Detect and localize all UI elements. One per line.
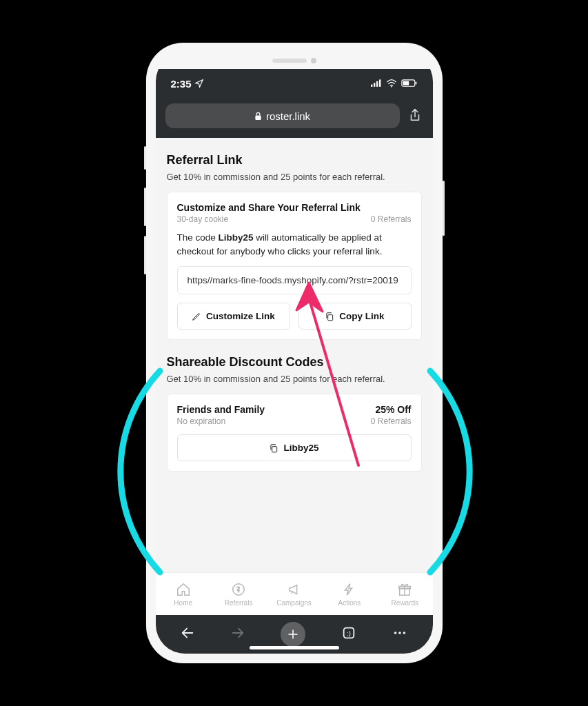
- code-description: The code Libby25 will automatically be a…: [177, 231, 412, 258]
- referral-url-box[interactable]: https//marks-fine-foods.myshopify.com/?r…: [177, 266, 412, 294]
- arrow-left-icon: [180, 625, 195, 641]
- gift-icon: [397, 582, 412, 597]
- url-field[interactable]: roster.link: [165, 103, 400, 128]
- copy-code-button[interactable]: Libby25: [177, 434, 412, 461]
- discount-card: Friends and Family No expiration 25% Off…: [167, 394, 422, 472]
- lock-icon: [254, 112, 262, 121]
- svg-point-16: [394, 632, 397, 634]
- share-button[interactable]: [407, 108, 423, 123]
- tab-label: Campaigns: [276, 599, 312, 607]
- speaker-grille: [272, 59, 307, 63]
- discount-referrals: 0 Referrals: [371, 416, 412, 426]
- tabs-button[interactable]: :): [341, 625, 356, 643]
- tab-label: Home: [174, 599, 192, 607]
- home-indicator[interactable]: [250, 646, 339, 649]
- copy-icon: [269, 443, 278, 453]
- svg-point-17: [398, 632, 401, 634]
- tab-label: Referrals: [225, 599, 253, 607]
- code-label: Libby25: [283, 443, 318, 453]
- screen: 2:35 roster.link Referral Link Get 10% i…: [156, 52, 433, 654]
- volume-down: [144, 236, 146, 274]
- browser-address-bar: roster.link: [156, 98, 433, 138]
- tab-home[interactable]: Home: [156, 573, 211, 615]
- svg-rect-10: [272, 446, 277, 452]
- referral-subtitle: Get 10% in commission and 25 points for …: [167, 172, 422, 182]
- location-arrow-icon: [194, 79, 204, 88]
- notch: [156, 52, 433, 69]
- discount-expiry: No expiration: [177, 416, 265, 426]
- svg-text::): :): [347, 630, 351, 637]
- svg-rect-9: [328, 314, 333, 320]
- volume-up: [144, 188, 146, 226]
- forward-button[interactable]: [230, 625, 245, 643]
- copy-icon: [325, 312, 334, 321]
- customize-label: Customize Link: [206, 311, 275, 321]
- copy-link-button[interactable]: Copy Link: [298, 303, 412, 330]
- tab-label: Actions: [338, 599, 361, 607]
- discounts-heading: Shareable Discount Codes: [167, 355, 422, 370]
- tab-campaigns[interactable]: Campaigns: [266, 573, 321, 615]
- referral-count: 0 Referrals: [371, 214, 412, 224]
- status-bar: 2:35: [156, 69, 433, 98]
- megaphone-icon: [287, 582, 302, 597]
- copy-label: Copy Link: [339, 311, 384, 321]
- discounts-subtitle: Get 10% in commission and 25 points for …: [167, 374, 422, 384]
- referral-card: Customize and Share Your Referral Link 3…: [167, 192, 422, 340]
- menu-button[interactable]: [392, 625, 408, 643]
- url-domain: roster.link: [266, 110, 310, 122]
- svg-rect-3: [379, 79, 381, 86]
- signal-icon: [371, 79, 382, 88]
- tab-referrals[interactable]: Referrals: [211, 573, 266, 615]
- wifi-icon: [386, 79, 397, 88]
- front-camera: [311, 58, 316, 63]
- pencil-icon: [192, 312, 201, 321]
- app-tab-bar: Home Referrals Campaigns Actions Rewards: [156, 572, 433, 615]
- svg-rect-2: [376, 81, 378, 87]
- svg-rect-8: [255, 115, 261, 119]
- bolt-icon: [342, 582, 357, 597]
- discount-name: Friends and Family: [177, 404, 265, 415]
- desc-code: Libby25: [219, 232, 254, 243]
- tab-rewards[interactable]: Rewards: [377, 573, 432, 615]
- cookie-duration: 30-day cookie: [177, 214, 229, 224]
- svg-point-18: [403, 632, 405, 634]
- status-time: 2:35: [171, 78, 192, 90]
- power-button: [443, 181, 445, 236]
- dots-icon: [392, 625, 408, 641]
- svg-rect-1: [374, 83, 375, 87]
- phone-frame: 2:35 roster.link Referral Link Get 10% i…: [146, 43, 443, 663]
- plus-icon: [287, 628, 299, 641]
- svg-rect-0: [371, 85, 372, 87]
- tabs-icon: :): [341, 625, 356, 641]
- battery-icon: [401, 79, 418, 88]
- desc-prefix: The code: [177, 232, 219, 243]
- new-tab-button[interactable]: [281, 622, 305, 647]
- arrow-right-icon: [230, 625, 245, 641]
- customize-link-button[interactable]: Customize Link: [177, 303, 290, 330]
- referral-heading: Referral Link: [167, 153, 422, 168]
- svg-point-4: [391, 86, 392, 88]
- home-icon: [176, 582, 191, 597]
- svg-rect-7: [415, 81, 416, 84]
- mute-switch: [144, 146, 146, 170]
- tab-actions[interactable]: Actions: [322, 573, 377, 615]
- svg-rect-6: [403, 81, 409, 85]
- back-button[interactable]: [180, 625, 195, 643]
- page-content[interactable]: Referral Link Get 10% in commission and …: [156, 138, 433, 572]
- dollar-circle-icon: [231, 582, 246, 597]
- share-icon: [408, 108, 422, 123]
- discount-amount: 25% Off: [371, 404, 412, 415]
- tab-label: Rewards: [392, 599, 418, 607]
- referral-card-title: Customize and Share Your Referral Link: [177, 202, 412, 213]
